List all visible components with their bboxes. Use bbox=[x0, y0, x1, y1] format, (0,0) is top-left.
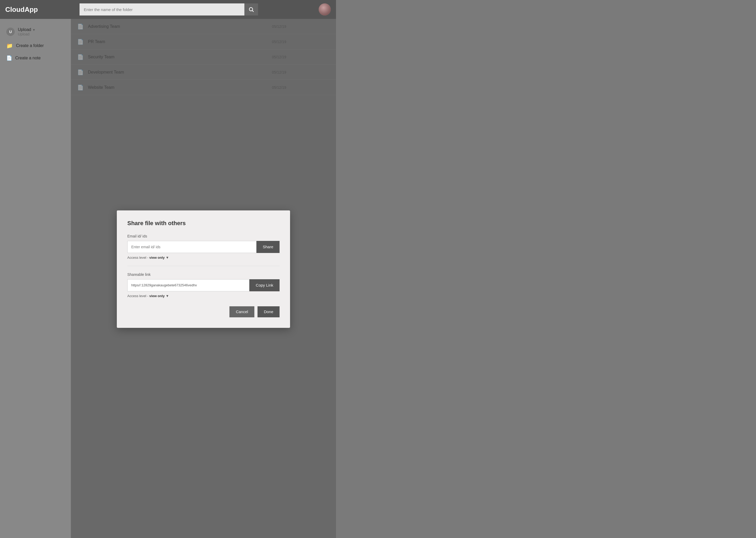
share-modal: Share file with others Email id/ ids Sha… bbox=[117, 210, 290, 328]
sidebar-item-create-note-label: Create a note bbox=[15, 56, 41, 60]
modal-overlay: Share file with others Email id/ ids Sha… bbox=[71, 19, 336, 538]
content-area: 📄 Advertising Team 05/12/19 📄 PR Team 05… bbox=[71, 19, 336, 538]
svg-point-0 bbox=[249, 8, 253, 11]
link-input-row: https//:12829ganakaugebete6732546vedhv C… bbox=[127, 279, 280, 291]
section-divider bbox=[127, 266, 280, 266]
share-button[interactable]: Share bbox=[257, 241, 280, 253]
email-label: Email id/ ids bbox=[127, 234, 280, 238]
email-input[interactable] bbox=[127, 241, 257, 253]
done-button[interactable]: Done bbox=[258, 306, 280, 317]
note-icon: 📄 bbox=[6, 55, 12, 61]
app-title: CloudApp bbox=[5, 6, 47, 14]
search-bar bbox=[79, 3, 258, 16]
shareable-link-display: https//:12829ganakaugebete6732546vedhv bbox=[127, 279, 249, 291]
access-chevron-icon: ▼ bbox=[165, 256, 169, 259]
avatar[interactable] bbox=[319, 3, 331, 16]
header: CloudApp bbox=[0, 0, 336, 19]
email-input-row: Share bbox=[127, 241, 280, 253]
upload-avatar: U bbox=[6, 27, 15, 36]
chevron-down-icon: ▼ bbox=[32, 28, 35, 32]
search-icon bbox=[248, 7, 254, 12]
email-section: Email id/ ids Share Access level - view … bbox=[127, 234, 280, 259]
modal-actions: Cancel Done bbox=[127, 306, 280, 317]
sidebar: U Upload ▼ Upload 📁 Create a folder 📄 Cr… bbox=[0, 19, 71, 538]
sidebar-upload[interactable]: U Upload ▼ Upload bbox=[0, 24, 71, 39]
access-level-value[interactable]: view only bbox=[149, 256, 165, 259]
email-access-level: Access level - view only ▼ bbox=[127, 256, 280, 259]
link-label: Shareable link bbox=[127, 272, 280, 277]
search-input[interactable] bbox=[79, 3, 244, 16]
link-access-level-value[interactable]: view only bbox=[149, 294, 165, 298]
avatar-image bbox=[319, 3, 331, 16]
cancel-button[interactable]: Cancel bbox=[229, 306, 254, 317]
search-button[interactable] bbox=[244, 3, 258, 16]
main-layout: U Upload ▼ Upload 📁 Create a folder 📄 Cr… bbox=[0, 19, 336, 538]
sidebar-item-create-note[interactable]: 📄 Create a note bbox=[0, 52, 71, 64]
sidebar-item-create-folder-label: Create a folder bbox=[16, 43, 44, 48]
modal-title: Share file with others bbox=[127, 220, 280, 227]
svg-line-1 bbox=[252, 11, 254, 12]
link-access-level: Access level - view only ▼ bbox=[127, 294, 280, 298]
upload-label-sub: Upload bbox=[18, 32, 35, 36]
upload-label-main: Upload bbox=[18, 27, 31, 32]
folder-icon: 📁 bbox=[6, 42, 13, 49]
sidebar-item-create-folder[interactable]: 📁 Create a folder bbox=[0, 39, 71, 52]
copy-link-button[interactable]: Copy Link bbox=[249, 279, 280, 291]
link-access-chevron-icon: ▼ bbox=[165, 294, 169, 298]
link-section: Shareable link https//:12829ganakaugebet… bbox=[127, 272, 280, 298]
